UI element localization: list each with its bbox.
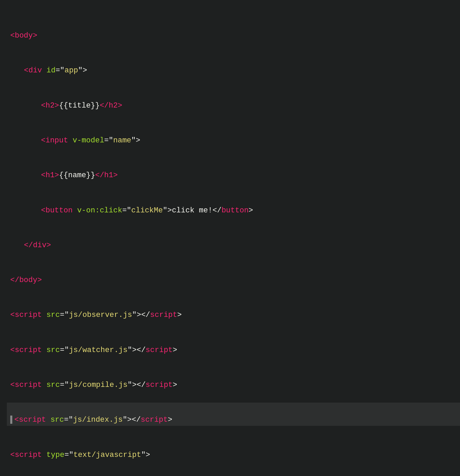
code-editor: <body> <div id="app"> <h2>{{title}}</h2>… xyxy=(7,7,460,476)
line-script-compile: <script src="js/compile.js"></script> xyxy=(7,368,460,391)
line-script-watcher: <script src="js/watcher.js"></script> xyxy=(7,333,460,356)
line-script-type: <script type="text/javascript"> xyxy=(7,437,460,461)
line-body-open: <body> xyxy=(7,18,460,42)
line-h2: <h2>{{title}}</h2> xyxy=(7,88,460,112)
line-h1: <h1>{{name}}</h1> xyxy=(7,158,460,181)
line-div-close: </div> xyxy=(7,228,460,251)
line-script-observer: <script src="js/observer.js"></script> xyxy=(7,298,460,321)
line-script-index: <script src="js/index.js"></script> xyxy=(7,403,460,426)
line-button: <button v-on:click="clickMe">click me!</… xyxy=(7,193,460,216)
line-blank1 xyxy=(7,473,460,476)
line-input: <input v-model="name"> xyxy=(7,123,460,146)
line-body-close: </body> xyxy=(7,263,460,286)
line-div-open: <div id="app"> xyxy=(7,53,460,76)
